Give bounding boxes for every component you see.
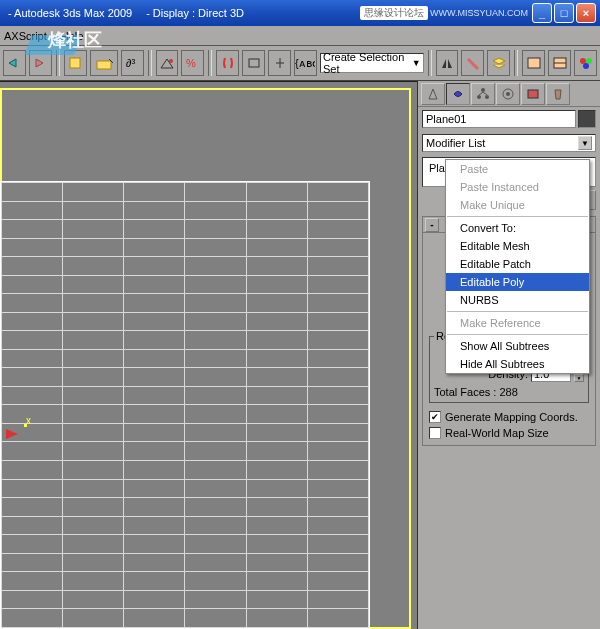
layers-button[interactable] <box>487 50 510 76</box>
svg-rect-5 <box>249 59 259 67</box>
menu-make-unique[interactable]: Make Unique <box>446 196 589 214</box>
undo-button[interactable] <box>3 50 26 76</box>
svg-point-3 <box>169 59 173 63</box>
svg-text:∂³: ∂³ <box>126 57 135 69</box>
mirror-button[interactable] <box>268 50 291 76</box>
bind-button[interactable]: ∂³ <box>121 50 144 76</box>
window-titlebar: - Autodesk 3ds Max 2009 - Display : Dire… <box>0 0 600 26</box>
watermark-text: 烽社区 <box>48 28 102 52</box>
named-selection-label: Create Selection Set <box>323 51 412 75</box>
plane-grid <box>1 182 369 628</box>
hierarchy-tab[interactable] <box>471 83 495 105</box>
real-world-checkbox[interactable] <box>429 427 441 439</box>
menu-paste-instanced[interactable]: Paste Instanced <box>446 178 589 196</box>
object-name-input[interactable]: Plane01 <box>422 110 576 128</box>
curve-editor-button[interactable] <box>522 50 545 76</box>
edit-named-button[interactable] <box>242 50 265 76</box>
create-tab[interactable] <box>421 83 445 105</box>
forum-url: WWW.MISSYUAN.COM <box>430 8 528 18</box>
command-panel-tabs <box>418 81 600 107</box>
svg-point-17 <box>506 92 510 96</box>
svg-rect-18 <box>528 90 538 98</box>
modifier-list-label: Modifier List <box>426 137 485 149</box>
gen-mapping-checkbox[interactable]: ✔ <box>429 411 441 423</box>
collapse-button[interactable]: - <box>425 218 439 232</box>
axis-gizmo[interactable]: x <box>6 429 18 439</box>
svg-point-11 <box>586 58 592 64</box>
motion-tab[interactable] <box>496 83 520 105</box>
menu-make-reference[interactable]: Make Reference <box>446 314 589 332</box>
angle-snap-button[interactable] <box>156 50 179 76</box>
menu-editable-poly[interactable]: Editable Poly <box>446 273 589 291</box>
modifier-list-dropdown[interactable]: Modifier List ▼ <box>422 134 596 152</box>
unlink-button[interactable] <box>90 50 118 76</box>
display-mode: - Display : Direct 3D <box>146 7 244 19</box>
svg-point-13 <box>481 88 485 92</box>
svg-rect-1 <box>97 61 111 69</box>
snap-toggle-button[interactable] <box>216 50 239 76</box>
app-title: - Autodesk 3ds Max 2009 <box>8 7 132 19</box>
svg-rect-0 <box>70 58 80 68</box>
named-selection-dropdown[interactable]: Create Selection Set ▼ <box>320 53 424 73</box>
modify-tab[interactable] <box>446 83 470 105</box>
forum-tag: 思缘设计论坛 <box>360 6 428 20</box>
svg-point-14 <box>477 95 481 99</box>
close-button[interactable]: × <box>576 3 596 23</box>
plane-object[interactable] <box>0 181 370 629</box>
real-world-label: Real-World Map Size <box>445 427 549 439</box>
material-editor-button[interactable] <box>574 50 597 76</box>
mirror-tool-button[interactable] <box>436 50 459 76</box>
svg-text:%: % <box>186 57 196 69</box>
viewport[interactable]: x <box>0 81 417 629</box>
dropdown-arrow-icon: ▼ <box>412 58 421 68</box>
object-color-swatch[interactable] <box>578 110 596 128</box>
svg-point-10 <box>580 58 586 64</box>
percent-snap-button[interactable]: % <box>181 50 204 76</box>
menu-convert-to: Convert To: <box>446 219 589 237</box>
display-tab[interactable] <box>521 83 545 105</box>
menu-hide-all-subtrees[interactable]: Hide All Subtrees <box>446 355 589 373</box>
total-faces-label: Total Faces : 288 <box>434 386 518 398</box>
minimize-button[interactable]: _ <box>532 3 552 23</box>
menu-editable-patch[interactable]: Editable Patch <box>446 255 589 273</box>
svg-point-15 <box>485 95 489 99</box>
schematic-button[interactable] <box>548 50 571 76</box>
utilities-tab[interactable] <box>546 83 570 105</box>
x-axis-arrow-icon <box>6 429 18 439</box>
menu-show-all-subtrees[interactable]: Show All Subtrees <box>446 337 589 355</box>
menu-editable-mesh[interactable]: Editable Mesh <box>446 237 589 255</box>
gen-mapping-label: Generate Mapping Coords. <box>445 411 578 423</box>
menu-paste[interactable]: Paste <box>446 160 589 178</box>
maximize-button[interactable]: □ <box>554 3 574 23</box>
menu-nurbs[interactable]: NURBS <box>446 291 589 309</box>
align-button[interactable] <box>461 50 484 76</box>
dropdown-arrow-icon: ▼ <box>578 136 592 150</box>
svg-point-12 <box>583 63 589 69</box>
svg-rect-7 <box>528 58 540 68</box>
abc-button[interactable]: {ᴀʙᴄ} <box>294 50 317 76</box>
context-menu: Paste Paste Instanced Make Unique Conver… <box>445 159 590 374</box>
svg-text:{ᴀʙᴄ}: {ᴀʙᴄ} <box>295 57 315 69</box>
